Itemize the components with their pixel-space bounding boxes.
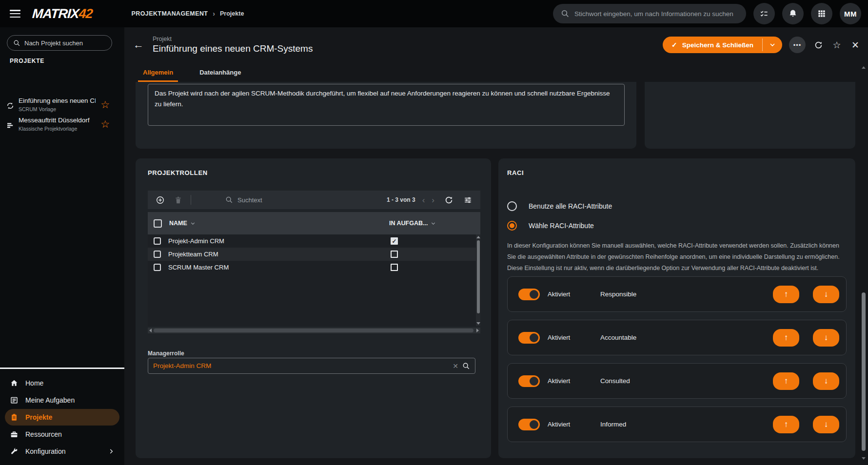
- nav-item-ressourcen[interactable]: Ressourcen: [5, 426, 119, 443]
- breadcrumb-page[interactable]: Projekte: [220, 10, 244, 17]
- apps-button[interactable]: [811, 3, 832, 24]
- nav-item-home[interactable]: Home: [5, 375, 119, 391]
- search-icon: [225, 196, 233, 204]
- back-button[interactable]: ←: [133, 39, 147, 51]
- prev-page-button[interactable]: ‹: [422, 196, 425, 204]
- refresh-button[interactable]: [812, 39, 824, 50]
- move-up-button[interactable]: ↑: [773, 286, 799, 303]
- nav-item-konfiguration[interactable]: Konfiguration: [5, 443, 119, 460]
- toggle-switch-on[interactable]: [518, 289, 540, 300]
- toggle-switch-on[interactable]: [518, 332, 540, 344]
- avatar-initials: MM: [844, 10, 857, 18]
- tasks-icon: [759, 9, 769, 19]
- next-page-button[interactable]: ›: [432, 196, 434, 204]
- row-checkbox[interactable]: [154, 251, 161, 258]
- notifications-button[interactable]: [782, 3, 804, 24]
- toggle-label: Aktiviert: [548, 334, 582, 341]
- app-root: MATRIX42 PROJEKTMANAGEMENT › Projekte MM: [0, 0, 868, 465]
- doc-actions: ✓ Speichern & Schließen ••• ☆ ✕: [663, 37, 861, 53]
- description-textarea[interactable]: Das Projekt wird nach der agilen SCRUM-M…: [148, 84, 625, 126]
- move-up-button[interactable]: ↑: [773, 329, 799, 347]
- scroll-down-arrow[interactable]: [862, 457, 866, 460]
- home-icon: [10, 379, 19, 388]
- role-name: Projekt-Admin CRM: [168, 237, 224, 245]
- radio-icon[interactable]: [507, 201, 517, 211]
- managerrolle-input[interactable]: [153, 362, 453, 369]
- scroll-down-arrow[interactable]: [476, 322, 480, 325]
- toggle-knob: [530, 290, 538, 299]
- breadcrumb-section[interactable]: PROJEKTMANAGEMENT: [132, 10, 208, 17]
- role-name: Projektteam CRM: [168, 251, 218, 258]
- menu-button[interactable]: [10, 10, 20, 18]
- tab-dateianhaenge[interactable]: Dateianhänge: [195, 62, 246, 82]
- table-row[interactable]: Projektteam CRM: [148, 248, 480, 261]
- move-down-button[interactable]: ↓: [813, 286, 839, 303]
- global-search-input[interactable]: [574, 10, 738, 18]
- scroll-thumb[interactable]: [862, 292, 866, 451]
- radio-icon-selected[interactable]: [507, 221, 517, 231]
- row-checkbox[interactable]: [154, 264, 161, 271]
- save-dropdown-button[interactable]: [763, 37, 782, 53]
- radio-option-choose-attributes[interactable]: Wähle RACI-Attribute: [507, 221, 594, 231]
- global-search: [553, 4, 746, 23]
- panel-projektrollen: PROJEKTROLLEN 1 - 3 von 3: [136, 158, 491, 458]
- scroll-right-arrow[interactable]: [476, 329, 479, 332]
- project-title: Messeauftritt Düsseldorf: [19, 116, 96, 124]
- row-checkbox[interactable]: [154, 237, 161, 245]
- more-actions-button[interactable]: •••: [789, 37, 806, 53]
- radio-option-all-attributes[interactable]: Benutze alle RACI-Attribute: [507, 201, 612, 211]
- roles-settings-button[interactable]: [463, 195, 473, 205]
- table-row[interactable]: SCRUM Master CRM: [148, 261, 480, 274]
- in-aufgabe-checkbox-checked[interactable]: ✓: [391, 237, 398, 245]
- table-vertical-scrollbar[interactable]: [476, 234, 480, 326]
- scroll-up-arrow[interactable]: [862, 66, 866, 69]
- column-label: IN AUFGAB...: [389, 220, 428, 227]
- move-up-button[interactable]: ↑: [773, 372, 799, 390]
- tab-allgemein[interactable]: Allgemein: [138, 62, 178, 82]
- user-avatar[interactable]: MM: [840, 3, 861, 24]
- move-up-button[interactable]: ↑: [773, 416, 799, 433]
- attribute-name: Accountable: [600, 334, 636, 341]
- close-button[interactable]: ✕: [849, 39, 861, 51]
- logo-text: MATRIX: [32, 6, 79, 21]
- tasks-button[interactable]: [753, 3, 775, 24]
- scroll-thumb[interactable]: [154, 329, 473, 332]
- roles-refresh-button[interactable]: [444, 195, 454, 205]
- nav-item-projekte[interactable]: Projekte: [5, 409, 119, 426]
- panel-side: [645, 82, 855, 149]
- roles-search-input[interactable]: [237, 196, 306, 204]
- move-down-button[interactable]: ↓: [813, 329, 839, 347]
- in-aufgabe-checkbox[interactable]: [391, 251, 398, 258]
- clear-icon[interactable]: ✕: [453, 362, 458, 370]
- scroll-thumb[interactable]: [477, 240, 480, 313]
- table-horizontal-scrollbar[interactable]: [148, 328, 480, 333]
- page-scrollbar[interactable]: [861, 27, 867, 465]
- favorite-star-icon[interactable]: ☆: [100, 99, 110, 110]
- table-row[interactable]: Projekt-Admin CRM ✓: [148, 234, 480, 248]
- grid-icon: [817, 9, 827, 19]
- select-all-checkbox[interactable]: [154, 219, 162, 228]
- add-role-button[interactable]: [156, 195, 165, 205]
- favorite-star-icon[interactable]: ☆: [100, 119, 110, 129]
- column-header-name[interactable]: NAME: [169, 220, 196, 227]
- matrix42-logo[interactable]: MATRIX42: [32, 6, 93, 21]
- search-icon: [561, 9, 570, 18]
- toggle-switch-on[interactable]: [518, 419, 540, 430]
- column-header-in-aufgabe[interactable]: IN AUFGAB...: [389, 220, 474, 227]
- project-search-input[interactable]: [24, 39, 106, 47]
- project-list-item[interactable]: Einführung eines neuen CR... SCRUM Vorla…: [0, 97, 124, 116]
- scroll-left-arrow[interactable]: [149, 329, 152, 332]
- nav-item-meine-aufgaben[interactable]: Meine Aufgaben: [5, 392, 119, 408]
- nav-label: Meine Aufgaben: [25, 396, 75, 404]
- in-aufgabe-checkbox[interactable]: [391, 264, 398, 271]
- toggle-switch-on[interactable]: [518, 375, 540, 387]
- favorite-button[interactable]: ☆: [831, 39, 843, 51]
- move-down-button[interactable]: ↓: [813, 416, 839, 433]
- save-close-button[interactable]: ✓ Speichern & Schließen: [663, 37, 762, 53]
- project-list-item[interactable]: Messeauftritt Düsseldorf Klassische Proj…: [0, 116, 124, 136]
- move-down-button[interactable]: ↓: [813, 372, 839, 390]
- delete-role-button[interactable]: [174, 195, 183, 205]
- scroll-up-arrow[interactable]: [476, 236, 480, 238]
- lookup-search-icon[interactable]: [462, 362, 470, 370]
- nav-label: Home: [25, 379, 43, 387]
